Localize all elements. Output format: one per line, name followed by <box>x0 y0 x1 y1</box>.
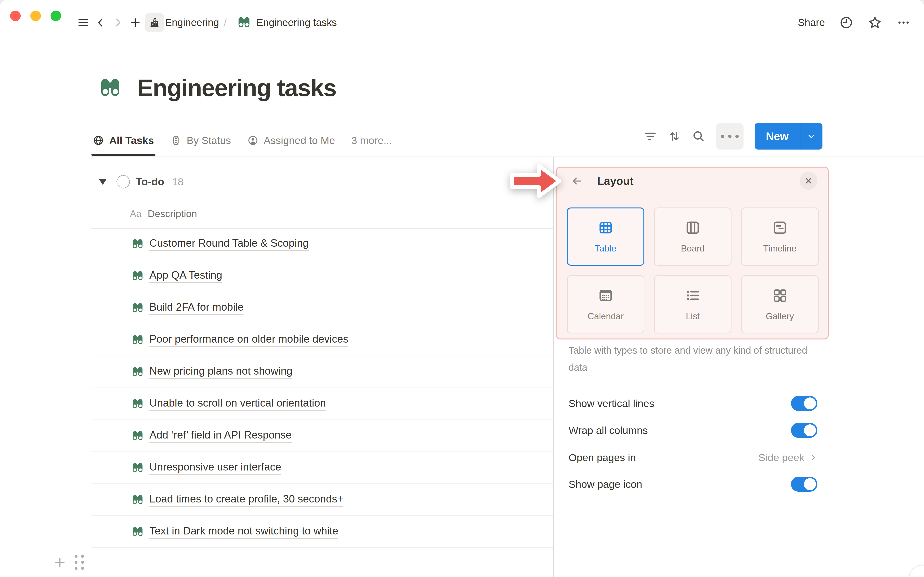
tab-more-views[interactable]: 3 more... <box>350 127 394 154</box>
task-title[interactable]: New pricing plans not showing <box>149 365 292 379</box>
minimize-window-button[interactable] <box>30 11 41 21</box>
task-title[interactable]: Load times to create profile, 30 seconds… <box>149 493 343 507</box>
layout-option-list[interactable]: List <box>654 275 732 334</box>
gallery-icon <box>772 287 788 304</box>
setting-label: Show vertical lines <box>569 398 654 409</box>
binoculars-icon <box>131 237 144 250</box>
breadcrumb-page[interactable]: Engineering tasks <box>237 15 337 30</box>
task-title[interactable]: Build 2FA for mobile <box>149 301 244 315</box>
task-title[interactable]: App QA Testing <box>149 269 222 283</box>
new-dropdown-button[interactable] <box>800 132 822 141</box>
task-title[interactable]: Unresponsive user interface <box>149 461 281 475</box>
table-row[interactable]: Unresponsive user interface <box>91 452 553 484</box>
share-button[interactable]: Share <box>798 17 825 28</box>
more-menu-button[interactable] <box>897 16 911 29</box>
help-button[interactable] <box>909 565 924 577</box>
calendar-icon <box>598 287 614 304</box>
column-label: Description <box>148 208 197 219</box>
tab-by-status[interactable]: By Status <box>169 127 233 154</box>
layout-option-label: Timeline <box>763 243 796 254</box>
table-row[interactable]: App QA Testing <box>91 260 553 292</box>
sidebar-menu-button[interactable] <box>74 14 92 31</box>
layout-option-timeline[interactable]: Timeline <box>741 208 819 266</box>
tab-assigned-to-me[interactable]: Assigned to Me <box>246 127 336 154</box>
panel-divider[interactable] <box>553 157 554 577</box>
notion-window: Engineering / Engineering tasks Share <box>0 0 924 577</box>
zoom-window-button[interactable] <box>50 11 61 21</box>
filter-button[interactable] <box>644 130 657 143</box>
layout-option-label: Gallery <box>766 311 794 321</box>
layout-option-board[interactable]: Board <box>654 208 732 266</box>
setting-open-pages-in[interactable]: Open pages in Side peek <box>569 450 817 466</box>
chevron-right-icon <box>809 453 817 462</box>
layout-option-table[interactable]: Table <box>567 208 645 266</box>
binoculars-icon <box>131 429 144 442</box>
more-views-label: 3 more... <box>351 135 392 147</box>
timeline-icon <box>772 219 788 236</box>
binoculars-icon <box>131 525 144 538</box>
search-icon <box>692 130 705 143</box>
task-title[interactable]: Poor performance on older mobile devices <box>149 333 349 347</box>
board-icon <box>685 219 701 236</box>
updates-button[interactable] <box>839 16 853 29</box>
favorite-button[interactable] <box>868 15 882 30</box>
page-icon-binoculars[interactable] <box>98 76 122 100</box>
sort-button[interactable] <box>668 130 681 143</box>
layout-options: Table Board Timeline Calendar List Galle… <box>567 208 819 334</box>
wrap-all-columns-toggle[interactable] <box>791 423 817 438</box>
collapse-triangle-icon[interactable] <box>99 179 107 185</box>
view-tabs: All Tasks By Status Assigned to Me 3 mor… <box>91 127 407 154</box>
table-row[interactable]: Customer Round Table & Scoping <box>91 228 553 260</box>
layout-panel-header: Layout <box>571 172 821 190</box>
search-button[interactable] <box>692 130 705 143</box>
breadcrumb-separator: / <box>224 17 227 28</box>
task-title[interactable]: Add ‘ref’ field in API Response <box>149 429 292 443</box>
sort-icon <box>668 130 681 143</box>
forward-button[interactable] <box>109 14 126 31</box>
chevron-right-icon <box>112 17 124 28</box>
task-title[interactable]: Text in Dark mode not switching to white <box>149 525 338 539</box>
table-icon <box>598 219 614 236</box>
new-button[interactable]: New <box>754 123 822 150</box>
close-panel-button[interactable] <box>800 172 817 190</box>
close-window-button[interactable] <box>10 11 21 21</box>
task-title[interactable]: Customer Round Table & Scoping <box>149 237 309 251</box>
window-controls <box>10 11 61 21</box>
view-options-button[interactable] <box>716 123 743 150</box>
layout-option-calendar[interactable]: Calendar <box>567 275 645 334</box>
layout-option-gallery[interactable]: Gallery <box>741 275 819 334</box>
group-header[interactable]: To-do 18 <box>99 174 184 189</box>
table-row[interactable]: Unable to scroll on vertical orientation <box>91 388 553 420</box>
show-vertical-lines-toggle[interactable] <box>791 396 817 411</box>
breadcrumb-space[interactable]: Engineering <box>165 17 219 28</box>
binoculars-icon <box>131 397 144 410</box>
drag-handle-icon[interactable] <box>74 555 84 570</box>
table-row[interactable]: Load times to create profile, 30 seconds… <box>91 484 553 516</box>
table-row[interactable]: New pricing plans not showing <box>91 356 553 388</box>
group-count: 18 <box>172 176 184 188</box>
table-row[interactable]: Poor performance on older mobile devices <box>91 324 553 356</box>
open-pages-in-value: Side peek <box>758 452 804 464</box>
table-row[interactable]: Text in Dark mode not switching to white <box>91 516 553 548</box>
new-page-button[interactable] <box>126 14 144 31</box>
teamspace-icon-chip[interactable] <box>145 13 164 32</box>
tab-label: Assigned to Me <box>264 135 335 147</box>
breadcrumb-page-label: Engineering tasks <box>257 17 337 28</box>
back-arrow-icon[interactable] <box>571 175 583 187</box>
table-row[interactable]: Build 2FA for mobile <box>91 292 553 324</box>
binoculars-icon <box>237 15 251 30</box>
add-row-plus-icon[interactable] <box>53 556 66 569</box>
topbar-left: Engineering / Engineering tasks <box>74 10 337 35</box>
layout-option-label: List <box>686 311 700 321</box>
table-row[interactable]: Add ‘ref’ field in API Response <box>91 420 553 452</box>
binoculars-icon <box>131 269 144 282</box>
star-icon <box>868 15 882 30</box>
tab-all-tasks[interactable]: All Tasks <box>91 127 155 154</box>
group-name: To-do <box>136 176 164 188</box>
layout-option-label: Board <box>681 243 705 254</box>
building-icon <box>149 17 160 28</box>
column-header[interactable]: Aa Description <box>130 207 197 221</box>
back-button[interactable] <box>92 14 109 31</box>
show-page-icon-toggle[interactable] <box>791 477 817 492</box>
task-title[interactable]: Unable to scroll on vertical orientation <box>149 397 326 411</box>
